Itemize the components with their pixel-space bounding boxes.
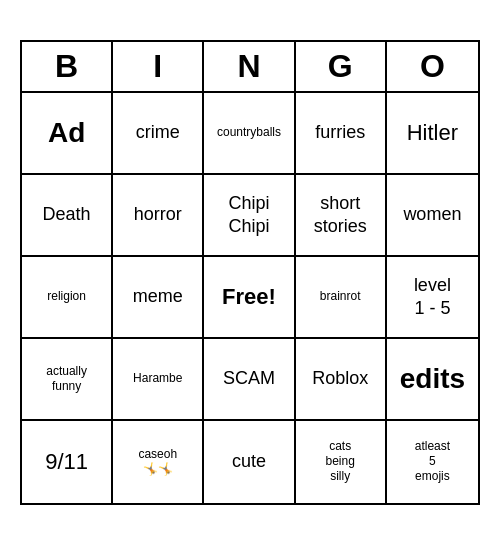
bingo-cell: Free! — [204, 257, 295, 339]
bingo-cell: ChipiChipi — [204, 175, 295, 257]
bingo-cell: SCAM — [204, 339, 295, 421]
bingo-cell: Harambe — [113, 339, 204, 421]
bingo-header-letter: G — [296, 42, 387, 91]
bingo-header-letter: O — [387, 42, 478, 91]
bingo-cell: caseoh🤸🤸 — [113, 421, 204, 503]
bingo-cell: actuallyfunny — [22, 339, 113, 421]
bingo-cell: furries — [296, 93, 387, 175]
bingo-cell: countryballs — [204, 93, 295, 175]
bingo-cell: brainrot — [296, 257, 387, 339]
bingo-header-letter: I — [113, 42, 204, 91]
bingo-cell: cute — [204, 421, 295, 503]
bingo-cell: crime — [113, 93, 204, 175]
bingo-header: BINGO — [22, 42, 478, 93]
bingo-cell: Death — [22, 175, 113, 257]
bingo-cell: edits — [387, 339, 478, 421]
bingo-card: BINGO AdcrimecountryballsfurriesHitlerDe… — [20, 40, 480, 505]
bingo-cell: catsbeingsilly — [296, 421, 387, 503]
bingo-grid: AdcrimecountryballsfurriesHitlerDeathhor… — [22, 93, 478, 503]
bingo-cell: women — [387, 175, 478, 257]
bingo-cell: level1 - 5 — [387, 257, 478, 339]
bingo-header-letter: B — [22, 42, 113, 91]
bingo-cell: atleast5emojis — [387, 421, 478, 503]
bingo-cell: religion — [22, 257, 113, 339]
bingo-cell: Hitler — [387, 93, 478, 175]
bingo-cell: Roblox — [296, 339, 387, 421]
bingo-cell: 9/11 — [22, 421, 113, 503]
bingo-cell: shortstories — [296, 175, 387, 257]
bingo-cell: Ad — [22, 93, 113, 175]
bingo-header-letter: N — [204, 42, 295, 91]
bingo-cell: horror — [113, 175, 204, 257]
bingo-cell: meme — [113, 257, 204, 339]
